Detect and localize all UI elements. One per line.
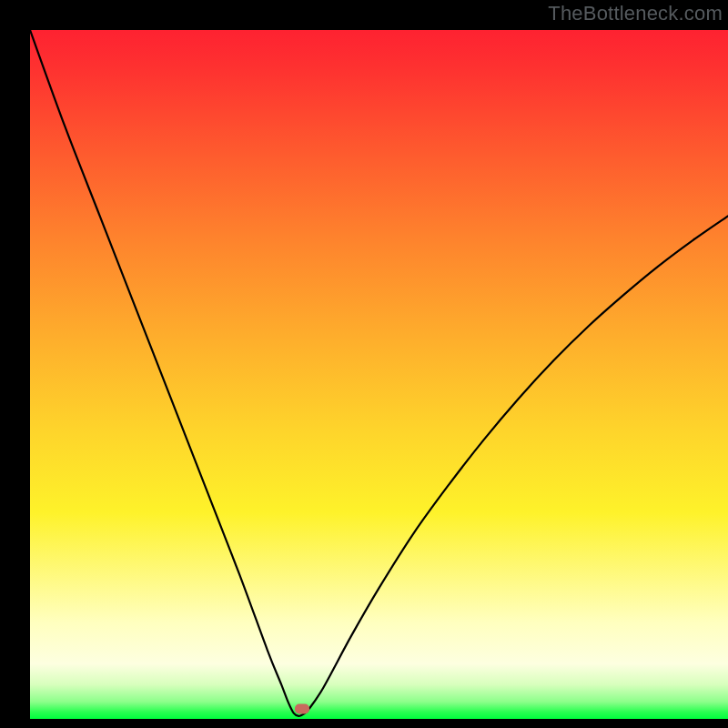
watermark-text: TheBottleneck.com bbox=[548, 2, 723, 25]
optimal-point-marker bbox=[295, 704, 309, 714]
bottleneck-curve bbox=[30, 30, 728, 719]
plot-area bbox=[30, 30, 728, 719]
